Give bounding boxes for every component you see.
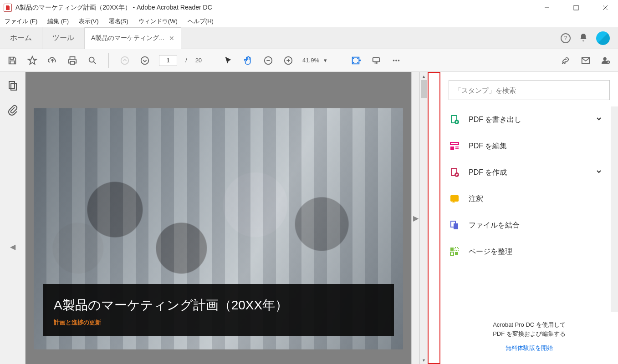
chevron-down-icon [595, 115, 603, 124]
print-icon[interactable] [66, 55, 78, 66]
document-subtitle: 計画と進捗の更新 [54, 318, 383, 327]
page-number-input[interactable] [159, 55, 177, 66]
document-viewport[interactable]: A製品のマーケティング計画（20XX年） 計画と進捗の更新 [26, 72, 411, 364]
tool-item-2[interactable]: PDF を作成 [440, 159, 611, 186]
scroll-down-icon[interactable]: ▾ [420, 356, 428, 364]
search-icon[interactable] [87, 55, 98, 66]
avatar[interactable] [596, 31, 610, 45]
minimize-button[interactable] [538, 1, 556, 14]
tool-label: PDF を作成 [469, 168, 587, 177]
svg-rect-1 [574, 5, 578, 10]
window-title: A製品のマーケティング計画（20XX年） - Adobe Acrobat Rea… [15, 4, 538, 12]
tool-label: ファイルを結合 [469, 221, 603, 230]
tab-close-icon[interactable]: ✕ [169, 35, 174, 42]
scroll-thumb[interactable] [421, 80, 427, 98]
promo-link[interactable]: 無料体験版を開始 [449, 344, 609, 353]
svg-rect-14 [373, 57, 380, 61]
vertical-scrollbar[interactable]: ▴ ▾ [419, 72, 428, 364]
tool-icon [449, 246, 460, 258]
maximize-button[interactable] [567, 1, 585, 14]
tab-home[interactable]: ホーム [0, 27, 42, 49]
svg-rect-39 [450, 248, 454, 251]
promo-line1: Acrobat Pro DC を使用して [449, 320, 609, 330]
pdf-page: A製品のマーケティング計画（20XX年） 計画と進捗の更新 [34, 108, 403, 349]
menu-file[interactable]: ファイル (F) [3, 16, 39, 26]
svg-point-20 [603, 57, 607, 60]
svg-point-6 [121, 56, 129, 64]
tool-item-1[interactable]: PDF を編集 [440, 133, 611, 159]
main-toolbar: / 20 41.9%▾ ▾ [0, 49, 618, 72]
cloud-upload-icon[interactable] [46, 55, 58, 66]
tool-item-5[interactable]: ページを整理 [440, 238, 611, 265]
highlighted-region [428, 72, 440, 364]
read-mode-icon[interactable] [370, 55, 382, 66]
menu-window[interactable]: ウィンドウ(W) [137, 16, 179, 26]
svg-rect-29 [450, 147, 454, 150]
add-person-icon[interactable] [600, 55, 612, 66]
tab-document[interactable]: A製品のマーケティング... ✕ [85, 27, 181, 49]
page-total: 20 [195, 57, 202, 64]
tool-icon [449, 167, 460, 178]
hand-tool-icon[interactable] [242, 55, 254, 66]
page-title-block: A製品のマーケティング計画（20XX年） 計画と進捗の更新 [43, 284, 394, 336]
svg-point-18 [398, 60, 400, 61]
thumbnails-icon[interactable] [7, 80, 18, 93]
svg-rect-24 [9, 81, 15, 88]
tool-label: ページを整理 [469, 247, 603, 257]
pdf-app-icon [4, 4, 12, 12]
chevron-down-icon [595, 168, 603, 177]
tools-search-input[interactable] [455, 86, 604, 94]
close-button[interactable] [596, 1, 614, 14]
scroll-up-icon[interactable]: ▴ [420, 72, 428, 80]
svg-point-4 [89, 57, 94, 62]
menu-view[interactable]: 表示(V) [77, 16, 100, 26]
svg-rect-36 [450, 195, 459, 202]
more-icon[interactable] [390, 55, 402, 66]
page-separator: / [185, 57, 187, 64]
svg-rect-25 [11, 83, 16, 90]
tools-panel: PDF を書き出しPDF を編集PDF を作成注釈ファイルを結合ページを整理 A… [440, 72, 618, 364]
zoom-out-icon[interactable] [262, 55, 274, 66]
svg-point-17 [395, 60, 397, 61]
menu-bar: ファイル (F) 編集 (E) 表示(V) 署名(S) ウィンドウ(W) ヘルプ… [0, 15, 618, 27]
tool-icon [449, 193, 460, 205]
tab-tools[interactable]: ツール [42, 27, 85, 49]
fit-page-icon[interactable]: ▾ [350, 55, 362, 66]
window-titlebar: A製品のマーケティング計画（20XX年） - Adobe Acrobat Rea… [0, 0, 618, 15]
promo-block: Acrobat Pro DC を使用して PDF を変換および編集する 無料体験… [440, 312, 618, 364]
tab-document-label: A製品のマーケティング... [91, 34, 164, 42]
chevron-down-icon: ▾ [324, 57, 327, 64]
star-icon[interactable] [26, 55, 38, 66]
svg-rect-28 [450, 142, 459, 145]
document-title: A製品のマーケティング計画（20XX年） [54, 297, 383, 314]
tools-search[interactable] [449, 80, 610, 100]
select-tool-icon[interactable] [222, 55, 234, 66]
tool-icon [449, 140, 460, 152]
tool-item-0[interactable]: PDF を書き出し [440, 106, 611, 133]
page-down-icon[interactable] [139, 55, 151, 66]
svg-rect-42 [455, 252, 458, 255]
menu-sign[interactable]: 署名(S) [107, 16, 130, 26]
tool-icon [449, 219, 460, 231]
page-up-icon[interactable] [119, 55, 131, 66]
svg-point-7 [141, 56, 149, 64]
tool-item-4[interactable]: ファイルを結合 [440, 212, 611, 238]
zoom-in-icon[interactable] [282, 55, 294, 66]
svg-rect-38 [454, 223, 458, 229]
nav-collapse-right-icon[interactable]: ▶ [411, 72, 419, 364]
email-icon[interactable] [580, 55, 592, 66]
nav-collapse-left-icon[interactable]: ◀ [10, 243, 15, 251]
save-icon[interactable] [6, 55, 18, 66]
menu-help[interactable]: ヘルプ(H) [186, 16, 215, 26]
tool-item-3[interactable]: 注釈 [440, 186, 611, 212]
menu-edit[interactable]: 編集 (E) [46, 16, 71, 26]
tab-bar: ホーム ツール A製品のマーケティング... ✕ ? [0, 27, 618, 49]
bell-icon[interactable] [579, 33, 588, 44]
zoom-dropdown[interactable]: 41.9%▾ [302, 57, 330, 64]
svg-rect-41 [450, 252, 454, 255]
tool-icon [449, 114, 460, 126]
tool-label: PDF を編集 [469, 142, 603, 151]
share-link-icon[interactable] [560, 55, 572, 66]
help-icon[interactable]: ? [561, 33, 571, 43]
attachments-icon[interactable] [7, 105, 18, 117]
